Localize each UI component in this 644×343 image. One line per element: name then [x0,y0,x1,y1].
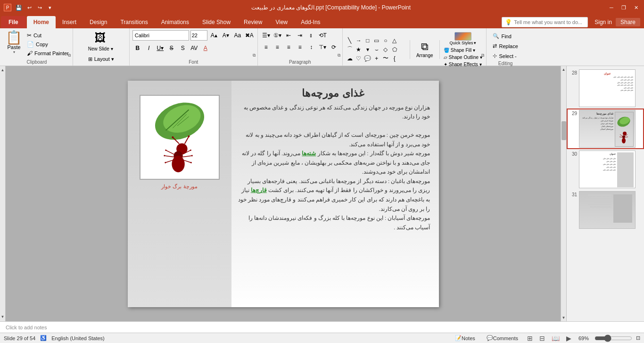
reading-view-button[interactable]: 📖 [550,335,561,342]
shape-cross[interactable]: + [372,54,381,63]
share-button[interactable]: Share [616,18,640,26]
language[interactable]: English (United States) [51,335,105,341]
columns-button[interactable]: ⫾ [306,30,316,41]
shape-oval[interactable]: ○ [381,36,390,45]
tab-design[interactable]: Design [83,16,114,28]
paragraph-expander[interactable]: ⧉ [338,53,340,58]
italic-button[interactable]: I [144,43,154,53]
clipboard-expander[interactable]: ⧉ [68,53,71,58]
bold-button[interactable]: B [132,43,143,53]
shape-rounded-rect[interactable]: ▭ [372,36,381,45]
vscroll-down-arrow[interactable]: ▼ [562,314,566,321]
font-expander[interactable]: ⧉ [253,53,256,58]
minimize-button[interactable]: ─ [607,3,616,12]
line-spacing-button[interactable]: ↕ [306,42,316,52]
paste-dropdown-arrow[interactable]: ▾ [13,50,15,54]
notes-bar[interactable]: Click to add notes [0,321,644,333]
layout-button[interactable]: ⊞ Layout ▾ [85,55,117,63]
bullets-button[interactable]: ☰▾ [261,30,271,41]
justify-button[interactable]: ≡ [295,42,305,52]
tab-slide-show[interactable]: Slide Show [196,16,237,28]
increase-font-button[interactable]: A▴ [209,30,219,41]
scroll-down-arrow[interactable]: ▼ [1,314,5,320]
shape-heart[interactable]: ♡ [355,54,363,63]
paste-button[interactable]: 📋 Paste ▾ [3,30,25,55]
thumbnail-31[interactable]: 31 [567,190,644,230]
tab-file[interactable]: File [1,16,26,28]
fit-slide-button[interactable]: ⊡ [636,335,640,341]
comments-button[interactable]: 💬 Comments [483,334,522,343]
shape-fill-button[interactable]: 🪣 Shape Fill ▾ [443,47,483,53]
shape-star[interactable]: ★ [355,45,363,54]
accessibility-icon[interactable]: ♿ [40,335,47,341]
normal-view-button[interactable]: ⊞ [526,335,534,342]
shape-pentagon[interactable]: ⬠ [390,45,399,54]
new-slide-button[interactable]: 🖼 New Slide ▾ [85,30,116,52]
font-name-input[interactable] [132,30,189,41]
close-button[interactable]: ✕ [632,3,640,12]
slide-container[interactable]: مورچهٔ برگ خوار غذای مورچه‌ها هزاران نوع… [128,81,439,307]
format-painter-button[interactable]: 🖌 Format Painter [25,49,71,58]
select-button[interactable]: ⊹ Select - [490,52,519,60]
redo-qat-button[interactable]: ↪ [35,3,44,12]
tab-animations[interactable]: Animations [155,16,196,28]
clear-formatting-button[interactable]: ✖A [244,30,255,41]
cut-button[interactable]: ✂ Cut [25,31,71,40]
numbering-button[interactable]: ①▾ [272,30,282,41]
vscroll-up-arrow[interactable]: ▲ [562,66,566,73]
shape-brace[interactable]: { [390,54,399,63]
drawing-expander[interactable]: ⧉ [481,53,484,58]
tab-insert[interactable]: Insert [56,16,83,28]
shape-rect[interactable]: □ [363,36,372,45]
copy-button[interactable]: 📄 Copy [25,40,71,49]
thumbnail-28[interactable]: 28 عنوان متن متن متن متن متن متنمتن متن … [567,68,644,109]
slide-sorter-button[interactable]: ⊟ [538,335,546,342]
sign-in-button[interactable]: Sign in [591,19,616,25]
find-button[interactable]: 🔍 Find [490,32,514,40]
decrease-indent-button[interactable]: ⇤ [283,30,294,41]
scroll-up-arrow[interactable]: ▲ [1,67,5,74]
decrease-font-button[interactable]: A▾ [221,30,231,41]
shape-fill-arrow[interactable]: ▾ [473,48,475,53]
underline-button[interactable]: U▾ [155,43,165,53]
zoom-slider[interactable] [594,335,632,341]
increase-indent-button[interactable]: ⇥ [295,30,305,41]
shape-line[interactable]: ╲ [346,36,354,45]
character-spacing-button[interactable]: AV [189,43,199,53]
tab-transitions[interactable]: Transitions [114,16,154,28]
thumbnail-30[interactable]: 30 عنوان متن متن متن متنمتن متن متنمتن م… [567,149,644,190]
convert-smartart-button[interactable]: ⟳ [329,42,339,52]
shape-triangle[interactable]: △ [390,36,399,45]
font-color-button[interactable]: A [200,43,211,53]
shape-more[interactable]: ▾ [363,45,372,54]
quick-styles-button[interactable]: Quick Styles ▾ [443,31,483,46]
notes-button[interactable]: 📝 Notes [451,334,479,343]
left-scrollbar[interactable]: ▲ ▼ [0,66,6,321]
undo-qat-button[interactable]: ↩ [25,3,34,12]
replace-button[interactable]: ⇄ Replace [490,42,520,50]
align-text-button[interactable]: ⊤▾ [317,42,328,52]
strikethrough-button[interactable]: S [166,43,177,53]
right-scrollbar[interactable]: ▲ ▼ [561,66,566,321]
shape-chevron[interactable]: ⌒ [346,45,354,54]
arrange-button[interactable]: ⧉ Arrange [413,40,437,59]
shape-callout[interactable]: 💬 [363,54,372,63]
align-right-button[interactable]: ≡ [283,42,294,52]
shape-wave[interactable]: 〜 [381,54,390,63]
font-size-input[interactable] [190,30,207,41]
shadow-button[interactable]: S [178,43,188,53]
tab-home[interactable]: Home [27,16,56,28]
shape-outline-button[interactable]: ▱ Shape Outline ▾ [443,54,483,60]
tab-review[interactable]: Review [237,16,269,28]
customize-qat-button[interactable]: ▾ [45,3,55,12]
shape-diamond[interactable]: ◇ [381,45,390,54]
tell-me-input[interactable] [514,19,585,25]
shape-arc[interactable]: ⌣ [372,45,381,54]
save-qat-button[interactable]: 💾 [14,3,24,12]
shape-cloud[interactable]: ☁ [346,54,354,63]
thumbnail-29[interactable]: 29 [567,109,644,149]
vscroll-thumb[interactable] [561,121,566,140]
tab-view[interactable]: View [269,16,294,28]
change-case-button[interactable]: Aa [232,30,243,41]
tell-me-box[interactable]: 💡 [502,17,588,27]
